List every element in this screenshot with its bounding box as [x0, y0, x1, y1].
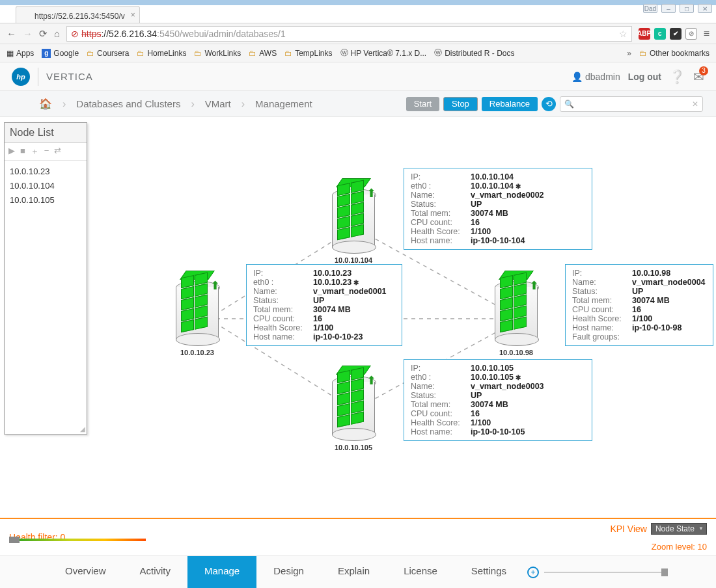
- node-label: 10.0.10.104: [332, 256, 375, 264]
- play-icon[interactable]: ▶: [8, 146, 15, 157]
- mail-icon[interactable]: ✉3: [693, 69, 704, 85]
- rebalance-button[interactable]: Rebalance: [482, 97, 538, 111]
- cluster-node[interactable]: ⬆ 10.0.10.23: [176, 281, 219, 356]
- remove-icon[interactable]: −: [44, 146, 49, 157]
- other-bookmarks[interactable]: 🗀Other bookmarks: [639, 49, 709, 58]
- zoom-target-icon[interactable]: [527, 567, 539, 578]
- bookmark-link[interactable]: 🗀Coursera: [87, 49, 129, 58]
- current-user[interactable]: 👤 dbadmin: [571, 72, 620, 82]
- search-icon: 🔍: [564, 100, 574, 109]
- node-info-card: IP:10.0.10.104 eth0 :10.0.10.104 Name:v_…: [404, 168, 592, 250]
- brand-label: VERTICA: [46, 71, 93, 82]
- breadcrumb[interactable]: Databases and Clusters: [76, 98, 180, 109]
- notif-badge: 3: [699, 66, 708, 75]
- logout-button[interactable]: Log out: [628, 72, 661, 82]
- ext-c-icon[interactable]: c: [654, 28, 666, 40]
- user-badge: Dad: [643, 4, 657, 13]
- start-button[interactable]: Start: [406, 97, 439, 111]
- bookmark-link[interactable]: 🗀TempLinks: [284, 49, 332, 58]
- window-controls: Dad – □ ✕: [643, 4, 712, 13]
- overflow-icon[interactable]: »: [627, 49, 631, 58]
- status-up-icon: ⬆: [366, 373, 376, 388]
- block-icon[interactable]: ⊘: [685, 28, 697, 40]
- close-window-icon[interactable]: ✕: [698, 4, 712, 13]
- status-up-icon: ⬆: [366, 186, 376, 200]
- tab-design[interactable]: Design: [256, 556, 321, 588]
- home-breadcrumb-icon[interactable]: 🏠: [39, 98, 52, 110]
- bookmark-link[interactable]: ⓦHP Vertica® 7.1.x D...: [340, 47, 427, 59]
- help-icon[interactable]: ❔: [669, 69, 685, 85]
- tab-explain[interactable]: Explain: [321, 556, 387, 588]
- health-filter-slider[interactable]: [9, 539, 146, 541]
- bottom-tabs: Overview Activity Manage Design Explain …: [0, 555, 716, 588]
- close-icon[interactable]: ×: [131, 10, 135, 20]
- browser-tab[interactable]: https://52.6.216.34:5450/v ×: [16, 6, 140, 23]
- tab-title: https://52.6.216.34:5450/v: [34, 12, 125, 21]
- url-input[interactable]: ⊘ https ://52.6.216.34 :5450 /webui/admi…: [66, 26, 632, 42]
- url-port: :5450: [157, 29, 180, 39]
- clear-icon[interactable]: ✕: [692, 100, 698, 109]
- cluster-node[interactable]: ⬆ 10.0.10.104: [332, 189, 375, 264]
- list-item[interactable]: 10.0.10.23: [10, 165, 81, 179]
- swap-icon[interactable]: ⇄: [54, 146, 61, 157]
- breadcrumb[interactable]: Management: [255, 98, 312, 109]
- url-path: /webui/admin/databases/1: [180, 29, 286, 39]
- node-info-card: IP:10.0.10.105 eth0 :10.0.10.105 Name:v_…: [404, 359, 592, 441]
- refresh-icon[interactable]: ⟲: [542, 97, 556, 111]
- node-info-card: IP:10.0.10.98 Name:v_vmart_node0004 Stat…: [565, 264, 713, 346]
- node-label: 10.0.10.98: [495, 349, 538, 356]
- node-label: 10.0.10.105: [332, 444, 375, 451]
- abp-icon[interactable]: ABP: [639, 28, 650, 40]
- stop-icon[interactable]: ■: [20, 146, 25, 157]
- bookmark-link[interactable]: 🗀WorkLinks: [194, 49, 241, 58]
- list-item[interactable]: 10.0.10.105: [10, 193, 81, 207]
- back-icon[interactable]: ←: [7, 28, 16, 39]
- bookmark-link[interactable]: 🗀HomeLinks: [137, 49, 186, 58]
- url-host: ://52.6.216.34: [101, 29, 157, 39]
- apps-button[interactable]: ▦ Apps: [7, 49, 34, 58]
- forward-icon: →: [23, 28, 33, 39]
- status-up-icon: ⬆: [210, 278, 220, 293]
- tab-overview[interactable]: Overview: [48, 556, 123, 588]
- search-input-field[interactable]: [575, 99, 688, 109]
- hp-logo-icon: hp: [12, 68, 30, 86]
- maximize-icon[interactable]: □: [680, 4, 694, 13]
- tab-license[interactable]: License: [387, 556, 454, 588]
- zoom-label: Zoom level: 10: [652, 542, 707, 552]
- breadcrumb[interactable]: VMart: [205, 98, 231, 109]
- node-label: 10.0.10.23: [176, 349, 219, 356]
- panel-title: Node List: [5, 123, 87, 143]
- reload-icon[interactable]: ⟳: [39, 28, 48, 40]
- tab-manage[interactable]: Manage: [187, 556, 256, 588]
- menu-icon[interactable]: ≡: [704, 28, 709, 40]
- url-scheme: https: [81, 29, 101, 39]
- bookmark-link[interactable]: ⓦDistributed R - Docs: [434, 47, 514, 59]
- bookmark-google[interactable]: gGoogle: [42, 49, 79, 58]
- tab-activity[interactable]: Activity: [122, 556, 187, 588]
- kpi-select[interactable]: Node State: [651, 523, 707, 535]
- node-list-panel: Node List ▶ ■ ＋ − ⇄ 10.0.10.23 10.0.10.1…: [4, 122, 87, 434]
- status-up-icon: ⬆: [529, 278, 539, 293]
- kpi-label: KPI View: [610, 524, 647, 534]
- list-item[interactable]: 10.0.10.104: [10, 179, 81, 193]
- cluster-node[interactable]: ⬆ 10.0.10.98: [495, 281, 538, 356]
- search-input[interactable]: 🔍 ✕: [560, 96, 703, 112]
- bookmark-link[interactable]: 🗀AWS: [249, 49, 277, 58]
- tab-settings[interactable]: Settings: [454, 556, 523, 588]
- cluster-node[interactable]: ⬆ 10.0.10.105: [332, 376, 375, 451]
- home-icon[interactable]: ⌂: [54, 28, 60, 39]
- minimize-icon[interactable]: –: [661, 4, 676, 13]
- check-icon[interactable]: ✔: [670, 28, 682, 40]
- stop-button[interactable]: Stop: [443, 97, 478, 111]
- resize-handle-icon[interactable]: ◢: [80, 425, 85, 433]
- zoom-slider[interactable]: [544, 572, 668, 573]
- star-icon[interactable]: ☆: [619, 29, 627, 39]
- add-icon[interactable]: ＋: [31, 146, 39, 157]
- node-info-card: IP:10.0.10.23 eth0 :10.0.10.23 Name:v_vm…: [246, 264, 402, 346]
